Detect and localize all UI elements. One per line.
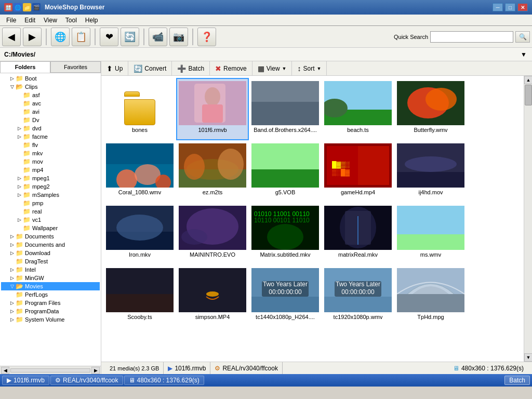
media-count: 21 media(s) 2.3 GB — [105, 362, 164, 374]
file-item-simpson[interactable]: simpson.MP4 — [176, 265, 249, 327]
expand-icon: ▷ — [16, 125, 23, 132]
refresh-button[interactable]: 🔄 — [121, 28, 139, 46]
tree-item-intel[interactable]: ▷ 📁 Intel — [1, 265, 100, 274]
tree-item-msamples[interactable]: ▷ 📁 mSamples — [1, 191, 100, 199]
forward-button[interactable]: ▶ — [23, 28, 42, 46]
convert-button[interactable]: 🔄 Convert — [128, 61, 172, 75]
file-name-coral: Coral_1080.wmv — [118, 189, 162, 195]
tree-item-avc[interactable]: 📁 avc — [1, 99, 100, 108]
view-button[interactable]: ▦ View ▼ — [252, 61, 292, 75]
search-button[interactable]: 🔍 — [515, 31, 530, 43]
tab-folders[interactable]: Folders — [0, 61, 50, 73]
tree-item-download[interactable]: ▷ 📁 Download — [1, 249, 100, 257]
tree-item-system-volume[interactable]: ▷ 📁 System Volume — [1, 315, 100, 324]
tree-item-program-files[interactable]: ▷ 📁 Program Files — [1, 299, 100, 307]
tree-item-documents-and[interactable]: ▷ 📁 Documents and — [1, 241, 100, 249]
tree-item-real[interactable]: 📁 real — [1, 207, 100, 216]
sidebar-scrollbar[interactable] — [10, 368, 90, 373]
vertical-scrollbar[interactable]: ▲ ▼ — [524, 76, 532, 362]
file-item-tc1440[interactable]: Two Years Later 00:00:00:00 tc1440x1080p… — [249, 265, 322, 327]
tree-item-mingw[interactable]: ▷ 📁 MinGW — [1, 274, 100, 282]
tree-item-clips[interactable]: ▽ 📂 Clips — [1, 83, 100, 91]
tree-item-documents[interactable]: ▷ 📁 Documents — [1, 232, 100, 241]
file-item-band-of-brothers[interactable]: Band.of.Brothers.x264.... — [249, 78, 322, 140]
start-button[interactable]: 🪟 — [4, 3, 12, 11]
scroll-up-button[interactable]: ▲ — [524, 76, 532, 84]
file-item-matrixreal[interactable]: matrixReal.mkv — [322, 203, 394, 265]
web-button[interactable]: 🌐 — [51, 28, 70, 46]
file-item-gamehd[interactable]: █▓▒░ ▒░█▓ gameHd.mp4 — [322, 140, 394, 203]
file-item-scooby[interactable]: Scooby.ts — [103, 265, 176, 327]
file-item-ms[interactable]: ms.wmv — [394, 203, 467, 265]
scroll-thumb[interactable] — [525, 85, 532, 105]
file-thumb-iron — [106, 206, 174, 250]
file-item-matrix[interactable]: 01010 11001 00110 10110 00101 11010 Matr… — [249, 203, 322, 265]
favorites-button[interactable]: ❤ — [100, 28, 118, 46]
file-item-101f6[interactable]: 101f6.rmvb — [176, 78, 249, 140]
file-item-ez[interactable]: ez.m2ts — [176, 140, 249, 203]
menu-edit[interactable]: Edit — [20, 16, 39, 25]
tree-label: asf — [32, 92, 40, 98]
scroll-down-button[interactable]: ▼ — [524, 353, 532, 362]
remove-button[interactable]: ✖ Remove — [210, 61, 252, 75]
task-item-resolution[interactable]: 🖥 480x360 : 1376.629(s) — [124, 376, 204, 385]
ie-icon[interactable]: 🌐 — [14, 3, 22, 11]
up-button[interactable]: ⬆ Up — [101, 61, 128, 75]
sort-button[interactable]: ↕ Sort ▼ — [292, 61, 327, 75]
file-item-iron[interactable]: Iron.mkv — [103, 203, 176, 265]
tree-item-mpeg2[interactable]: ▷ 📁 mpeg2 — [1, 182, 100, 191]
tree-item-mpeg1[interactable]: ▷ 📁 mpeg1 — [1, 174, 100, 182]
tree-item-avi[interactable]: 📁 avi — [1, 108, 100, 116]
task-item-codec[interactable]: ⚙ REAL/rv3040/ffcook — [50, 376, 123, 385]
tree-item-perflogs[interactable]: 📁 PerfLogs — [1, 290, 100, 299]
tree-item-dvd[interactable]: ▷ 📁 dvd — [1, 124, 100, 132]
app-icon[interactable]: 🎬 — [32, 3, 41, 11]
file-thumb-tc1440: Two Years Later 00:00:00:00 — [251, 268, 319, 312]
file-item-ij4hd[interactable]: ij4hd.mov — [394, 140, 467, 203]
file-item-g5[interactable]: g5.VOB — [249, 140, 322, 203]
file-item-mainintro[interactable]: MAININTRO.EVO — [176, 203, 249, 265]
tree-item-mkv[interactable]: 📁 mkv — [1, 149, 100, 157]
file-name-101f6: 101f6.rmvb — [198, 127, 227, 133]
menu-tool[interactable]: Tool — [61, 16, 81, 25]
maximize-button[interactable]: □ — [505, 3, 515, 11]
menu-view[interactable]: View — [39, 16, 61, 25]
tree-item-pmp[interactable]: 📁 pmp — [1, 199, 100, 207]
file-item-coral[interactable]: Coral_1080.wmv — [103, 140, 176, 203]
back-button[interactable]: ◀ — [2, 28, 21, 46]
record-button[interactable]: 📹 — [149, 28, 167, 46]
file-item-beach[interactable]: beach.ts — [322, 78, 394, 140]
file-item-tc1920[interactable]: Two Years Later 00:00:00:00 tc1920x1080p… — [322, 265, 394, 327]
file-item-butterfly[interactable]: Butterfly.wmv — [394, 78, 467, 140]
tree-item-vc1[interactable]: ▷ 📁 vc1 — [1, 216, 100, 224]
sidebar-scroll-left[interactable]: ◀ — [1, 367, 9, 374]
file-item-tphd[interactable]: TpHd.mpg — [394, 265, 467, 327]
help-button[interactable]: ❓ — [197, 28, 216, 46]
camera-button[interactable]: 📷 — [169, 28, 188, 46]
tree-item-movies[interactable]: ▽ 📂 Movies — [1, 282, 100, 290]
close-button[interactable]: ✕ — [517, 3, 528, 11]
tree-item-programdata[interactable]: ▷ 📁 ProgramData — [1, 307, 100, 315]
search-input[interactable] — [430, 31, 513, 43]
tree-item-facme[interactable]: ▷ 📁 facme — [1, 132, 100, 141]
tree-item-dragtest[interactable]: 📁 DragTest — [1, 257, 100, 265]
menu-file[interactable]: File — [2, 16, 20, 25]
tree-item-flv[interactable]: 📁 flv — [1, 141, 100, 149]
task-item-101f6[interactable]: ▶ 101f6.rmvb — [2, 376, 49, 385]
folder-icon[interactable]: 📁 — [23, 3, 31, 11]
tree-item-mov[interactable]: 📁 mov — [1, 157, 100, 166]
tree-item-dv[interactable]: 📁 Dv — [1, 116, 100, 124]
sidebar-scroll-right[interactable]: ▶ — [91, 367, 100, 374]
tree-item-boot[interactable]: ▷ 📁 Boot — [1, 74, 100, 83]
minimize-button[interactable]: ─ — [493, 3, 503, 11]
address-dropdown[interactable]: ▼ — [520, 50, 528, 59]
clipboard-button[interactable]: 📋 — [72, 28, 90, 46]
tab-favorites[interactable]: Favorites — [50, 61, 101, 73]
tree-item-wallpaper[interactable]: 📁 Wallpaper — [1, 224, 100, 232]
file-item-bones[interactable]: bones — [103, 78, 176, 140]
tree-item-asf[interactable]: 📁 asf — [1, 91, 100, 99]
batch-button[interactable]: ➕ Batch — [172, 61, 210, 75]
tree-item-mp4[interactable]: 📁 mp4 — [1, 166, 100, 174]
menu-help[interactable]: Help — [81, 16, 102, 25]
task-item-batch[interactable]: Batch — [504, 376, 530, 385]
